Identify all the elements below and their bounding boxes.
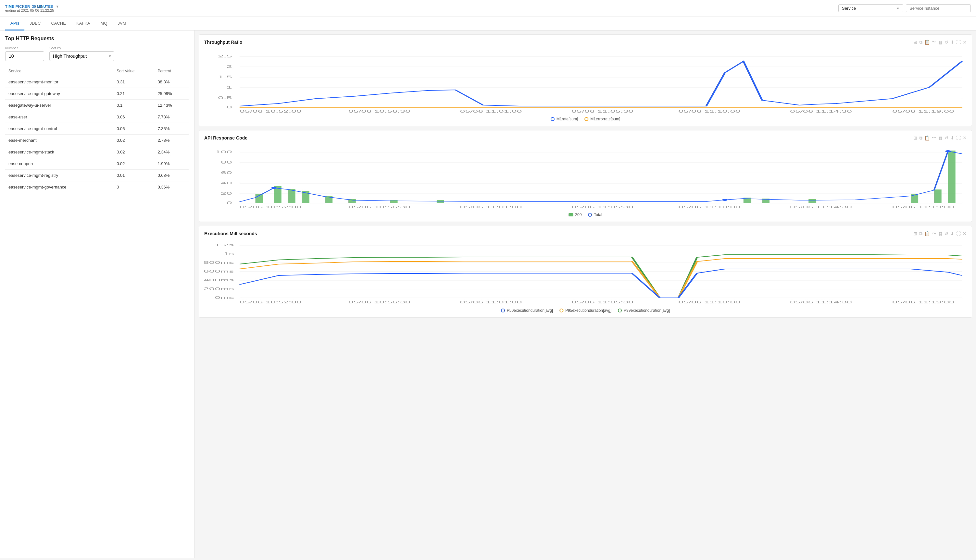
number-input[interactable]	[5, 51, 44, 61]
cell-sort-value: 0.01	[113, 170, 154, 182]
bar-icon-3[interactable]: ▦	[938, 231, 943, 236]
fullscreen-icon-2[interactable]: ⛶	[956, 135, 961, 140]
copy-icon[interactable]: ⧉	[919, 40, 923, 45]
svg-text:05/06 11:19:00: 05/06 11:19:00	[892, 110, 954, 113]
executions-title: Executions Milliseconds	[204, 231, 257, 236]
table-row[interactable]: easeservice-mgmt-control 0.06 7.35%	[5, 123, 189, 135]
svg-text:0: 0	[226, 201, 232, 205]
table-row[interactable]: easeservice-mgmt-gateway 0.21 25.99%	[5, 88, 189, 100]
area-icon-2[interactable]: 〜	[932, 135, 936, 141]
doc-icon-2[interactable]: 📋	[924, 135, 930, 140]
expand-icon-2[interactable]: ⊞	[913, 135, 917, 140]
time-picker-section[interactable]: TIME PICKER 30 MINUTES ▼ ending at 2021-…	[5, 5, 59, 12]
cell-sort-value: 0	[113, 182, 154, 193]
close-icon-3[interactable]: ✕	[963, 231, 967, 236]
cell-service: ease-user	[5, 111, 113, 123]
chart-header-response: API Response Code ⊞ ⧉ 📋 〜 ▦ ↺ ⬇ ⛶ ✕	[204, 135, 967, 141]
cell-sort-value: 0.31	[113, 76, 154, 88]
tab-jvm[interactable]: JVM	[113, 17, 132, 30]
svg-text:05/06 11:05:30: 05/06 11:05:30	[572, 205, 633, 209]
cell-percent: 2.78%	[154, 135, 189, 146]
svg-text:20: 20	[221, 192, 232, 195]
table-row[interactable]: easeservice-mgmt-governance 0 0.36%	[5, 182, 189, 193]
tab-kafka[interactable]: KAFKA	[71, 17, 95, 30]
service-instance-input[interactable]	[906, 4, 971, 12]
table-row[interactable]: ease-coupon 0.02 1.99%	[5, 158, 189, 170]
cell-percent: 7.35%	[154, 123, 189, 135]
close-icon-2[interactable]: ✕	[963, 135, 967, 140]
left-panel: Top HTTP Requests Number Sort By High Th…	[0, 30, 195, 558]
copy-icon-3[interactable]: ⧉	[919, 231, 923, 237]
fullscreen-icon-3[interactable]: ⛶	[956, 231, 961, 236]
legend-m1errorrate-icon	[585, 117, 588, 121]
svg-text:05/06 11:10:00: 05/06 11:10:00	[678, 300, 740, 304]
svg-text:400ms: 400ms	[204, 278, 234, 282]
refresh-icon-2[interactable]: ↺	[944, 135, 948, 140]
refresh-icon-3[interactable]: ↺	[944, 231, 948, 236]
svg-text:05/06 11:01:00: 05/06 11:01:00	[460, 205, 522, 209]
table-row[interactable]: easeservice-mgmt-registry 0.01 0.68%	[5, 170, 189, 182]
chart-actions-throughput: ⊞ ⧉ 📋 〜 ▦ ↺ ⬇ ⛶ ✕	[913, 39, 967, 45]
svg-rect-41	[809, 199, 816, 203]
refresh-icon[interactable]: ↺	[944, 40, 948, 45]
svg-point-45	[271, 187, 277, 189]
expand-icon-3[interactable]: ⊞	[913, 231, 917, 236]
svg-text:05/06 11:14:30: 05/06 11:14:30	[790, 110, 852, 113]
bar-chart-icon[interactable]: ▦	[938, 40, 943, 45]
cell-sort-value: 0.06	[113, 123, 154, 135]
legend-200-icon	[568, 213, 573, 217]
download-icon-3[interactable]: ⬇	[950, 231, 954, 236]
svg-text:05/06 11:05:30: 05/06 11:05:30	[572, 300, 633, 304]
table-row[interactable]: easeservice-mgmt-monitor 0.31 38.3%	[5, 76, 189, 88]
sort-by-label: Sort By	[49, 46, 114, 50]
svg-text:05/06 11:14:30: 05/06 11:14:30	[790, 300, 852, 304]
cell-service: easegateway-ui-server	[5, 100, 113, 111]
copy-icon-2[interactable]: ⧉	[919, 135, 923, 141]
tab-apis[interactable]: APIs	[5, 17, 24, 30]
svg-text:05/06 11:19:00: 05/06 11:19:00	[892, 205, 954, 209]
sort-by-select-wrapper: High Throughput Low Throughput High Erro…	[49, 51, 114, 61]
tab-jdbc[interactable]: JDBC	[24, 17, 46, 30]
svg-text:05/06 10:56:30: 05/06 10:56:30	[348, 205, 410, 209]
time-picker-block[interactable]: TIME PICKER 30 MINUTES ▼ ending at 2021-…	[5, 5, 59, 12]
svg-rect-37	[390, 200, 398, 203]
close-icon[interactable]: ✕	[963, 40, 967, 45]
svg-point-47	[945, 150, 951, 152]
service-select[interactable]: Service ▼	[838, 4, 903, 12]
download-icon[interactable]: ⬇	[950, 40, 954, 45]
chart-actions-exec: ⊞ ⧉ 📋 〜 ▦ ↺ ⬇ ⛶ ✕	[913, 231, 967, 237]
bar-icon-2[interactable]: ▦	[938, 135, 943, 140]
table-row[interactable]: ease-user 0.06 7.78%	[5, 111, 189, 123]
throughput-legend: M1rate[sum] M1errorrate[sum]	[204, 117, 967, 121]
area-chart-icon[interactable]: 〜	[932, 39, 936, 45]
cell-service: easeservice-mgmt-control	[5, 123, 113, 135]
doc-icon[interactable]: 📋	[924, 40, 930, 45]
svg-text:05/06 11:05:30: 05/06 11:05:30	[572, 110, 633, 113]
expand-icon[interactable]: ⊞	[913, 40, 917, 45]
legend-200-label: 200	[575, 213, 582, 217]
time-picker-sub: ending at 2021-05-06 11:22:25	[5, 8, 59, 12]
time-picker-arrow-icon[interactable]: ▼	[55, 5, 59, 8]
download-icon-2[interactable]: ⬇	[950, 135, 954, 140]
col-sort-value: Sort Value	[113, 66, 154, 76]
svg-text:05/06 11:10:00: 05/06 11:10:00	[678, 205, 740, 209]
area-icon-3[interactable]: 〜	[932, 231, 936, 237]
cell-service: ease-merchant	[5, 135, 113, 146]
doc-icon-3[interactable]: 📋	[924, 231, 930, 236]
form-row: Number Sort By High Throughput Low Throu…	[5, 46, 189, 61]
response-code-legend: 200 Total	[204, 213, 967, 217]
legend-p95-label: P95executionduration[avg]	[565, 308, 612, 313]
cell-service: ease-coupon	[5, 158, 113, 170]
sort-by-select[interactable]: High Throughput Low Throughput High Erro…	[49, 51, 114, 61]
table-row[interactable]: easegateway-ui-server 0.1 12.43%	[5, 100, 189, 111]
tab-mq[interactable]: MQ	[95, 17, 113, 30]
svg-text:1: 1	[226, 85, 232, 89]
table-row[interactable]: easeservice-mgmt-stack 0.02 2.34%	[5, 146, 189, 158]
svg-rect-38	[437, 200, 444, 203]
svg-text:05/06 10:52:00: 05/06 10:52:00	[240, 300, 302, 304]
throughput-chart-area: 2.5 2 1.5 1 0.5 0	[204, 48, 967, 114]
svg-text:1.5: 1.5	[218, 75, 232, 79]
fullscreen-icon[interactable]: ⛶	[956, 40, 961, 45]
table-row[interactable]: ease-merchant 0.02 2.78%	[5, 135, 189, 146]
tab-cache[interactable]: CACHE	[46, 17, 71, 30]
